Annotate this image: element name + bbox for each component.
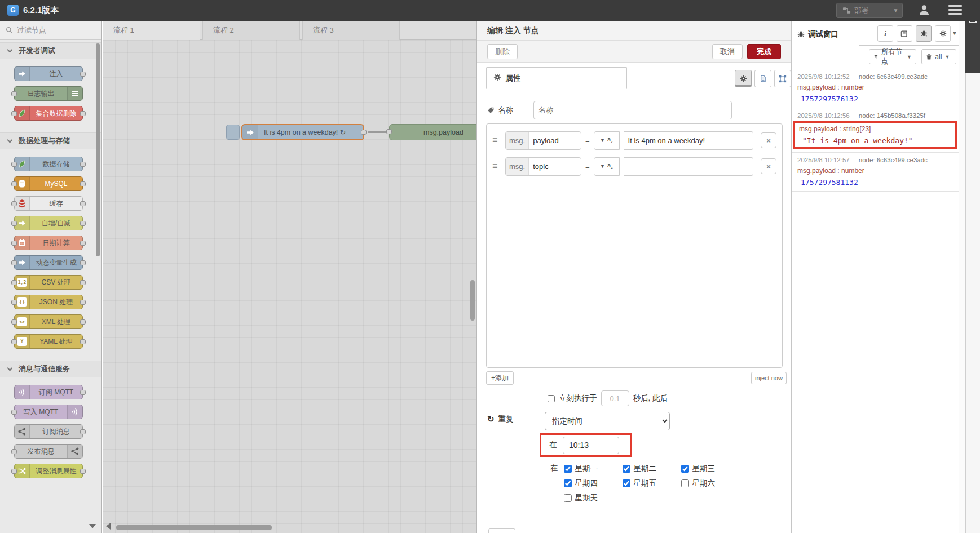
funnel-icon — [873, 54, 879, 60]
weekday-checkbox[interactable] — [681, 479, 689, 487]
palette-node[interactable]: 1,2CSV 处理 — [14, 275, 83, 290]
debug-message[interactable]: 2025/9/8 10:12:57node: 6c63c499.ce3adcms… — [792, 153, 959, 192]
delete-button[interactable]: 删除 — [487, 44, 518, 59]
inject-once-checkbox[interactable] — [548, 395, 555, 402]
canvas-scroll-left-icon[interactable] — [106, 523, 111, 530]
type-select[interactable]: ▼az — [594, 157, 620, 176]
palette-node[interactable]: 集合数据删除 — [14, 106, 83, 121]
inject-once-delay-input[interactable] — [601, 390, 629, 406]
palette-category-header[interactable]: 开发者调试 — [0, 42, 101, 59]
property-key-input[interactable]: msg.topic — [505, 157, 581, 176]
palette-category-header[interactable]: 数据处理与存储 — [0, 132, 101, 149]
palette-node[interactable]: 调整消息属性 — [14, 464, 83, 478]
palette-node[interactable]: 日志输出 — [14, 86, 83, 101]
debug-node-id: node: 145b508a.f3325f — [859, 112, 925, 119]
palette-node[interactable]: YYAML 处理 — [14, 334, 83, 349]
palette-node[interactable]: 动态变量生成 — [14, 255, 83, 270]
debug-tab[interactable]: 调试窗口 — [792, 23, 859, 46]
palette-node[interactable]: 发布消息 — [14, 444, 83, 459]
weekday-checkbox[interactable] — [681, 465, 689, 473]
user-button[interactable] — [917, 3, 934, 17]
palette-scroll-down-icon[interactable] — [89, 524, 96, 528]
help-tab[interactable] — [897, 25, 912, 42]
flow-tab[interactable]: 流程 3 — [302, 21, 400, 40]
description-tab[interactable] — [754, 70, 771, 87]
weekday-checkbox[interactable] — [564, 494, 572, 502]
palette-scrollbar-thumb[interactable] — [96, 43, 100, 256]
filter-nodes-button[interactable]: 所有节点 ▼ — [869, 49, 916, 64]
clear-messages-button[interactable]: all ▼ — [921, 49, 956, 64]
canvas-node-inject[interactable]: It is 4pm on a weekday! ↻ — [241, 124, 364, 140]
flow-tab[interactable]: 流程 1 — [103, 21, 200, 40]
property-key-input[interactable]: msg.payload — [505, 131, 581, 150]
canvas-vertical-scrollbar-thumb[interactable] — [470, 280, 475, 321]
palette-node[interactable]: 数据存储 — [14, 157, 83, 171]
deploy-button[interactable]: 部署 ▼ — [836, 3, 903, 18]
debug-message[interactable]: 2025/9/8 10:12:52node: 6c63c499.ce3adcms… — [792, 69, 959, 108]
done-button[interactable]: 完成 — [747, 44, 781, 59]
tab-properties[interactable]: 属性 — [486, 67, 627, 89]
weekday-checkbox-item[interactable]: 星期三 — [681, 461, 740, 476]
palette-node[interactable]: 注入 — [14, 66, 83, 81]
drag-handle-icon[interactable]: ≡ — [492, 135, 501, 145]
remove-row-button[interactable]: × — [761, 158, 776, 174]
info-tab[interactable]: i — [877, 25, 893, 42]
input-port[interactable] — [386, 129, 392, 134]
output-port — [80, 201, 86, 206]
app-title: 6.2.1版本 — [23, 5, 59, 16]
weekday-checkbox-item[interactable]: 星期六 — [681, 476, 740, 491]
palette-category-header[interactable]: 消息与通信服务 — [0, 361, 101, 377]
weekday-checkbox[interactable] — [623, 479, 630, 487]
add-property-button[interactable]: +添加 — [486, 371, 514, 385]
sidebar-expand-caret-icon[interactable]: ▼ — [952, 30, 957, 36]
palette-node[interactable]: 订阅 MQTT — [14, 385, 83, 399]
weekday-checkbox[interactable] — [623, 465, 630, 473]
output-port[interactable] — [361, 130, 367, 135]
weekday-checkbox-item[interactable]: 星期一 — [564, 461, 623, 476]
palette-node[interactable]: 订阅消息 — [14, 424, 83, 439]
sidebar-scroll-gutter[interactable] — [959, 21, 965, 533]
flow-tab[interactable]: 流程 2 — [202, 21, 300, 40]
debug-message-list: 2025/9/8 10:12:52node: 6c63c499.ce3adcms… — [792, 69, 959, 533]
palette-node[interactable]: 缓存 — [14, 196, 83, 211]
debug-message[interactable]: 2025/9/8 10:12:56node: 145b508a.f3325fms… — [792, 108, 959, 153]
weekday-checkbox[interactable] — [564, 465, 572, 473]
inject-now-button[interactable]: inject now — [751, 372, 787, 384]
palette-node[interactable]: 写入 MQTT — [14, 405, 83, 419]
time-input[interactable] — [563, 437, 619, 454]
canvas-node-debug[interactable]: msg.payload — [389, 124, 476, 140]
flow-canvas[interactable]: 流程 1流程 2流程 3 It is 4pm on a weekday! ↻ m… — [103, 21, 476, 533]
property-value-input[interactable] — [624, 157, 753, 176]
palette-node[interactable]: {}JSON 处理 — [14, 295, 83, 309]
palette-search-box[interactable]: 过滤节点 — [0, 21, 101, 40]
property-value-input[interactable]: It is 4pm on a weekday! — [624, 131, 753, 150]
weekday-label: 星期四 — [575, 478, 598, 488]
deploy-caret-icon[interactable]: ▼ — [889, 3, 902, 17]
type-select[interactable]: ▼az — [594, 131, 620, 150]
canvas-horizontal-scrollbar-thumb[interactable] — [116, 525, 272, 530]
drag-handle-icon[interactable]: ≡ — [492, 161, 501, 171]
palette-node[interactable]: 日期计算 — [14, 236, 83, 250]
palette-node-label: 订阅 MQTT — [30, 388, 82, 397]
inject-trigger-button[interactable] — [226, 125, 240, 140]
weekday-checkbox-item[interactable]: 星期天 — [564, 491, 623, 505]
form-gear-tab[interactable] — [735, 70, 752, 87]
name-input[interactable] — [533, 101, 732, 119]
debug-messages-tab[interactable] — [916, 25, 932, 42]
palette-node[interactable]: MySQL — [14, 176, 83, 191]
palette-node[interactable]: 自增/自减 — [14, 216, 83, 230]
weekday-checkbox-item[interactable]: 星期四 — [564, 476, 623, 491]
tray-bottom-partial-button[interactable] — [488, 528, 515, 533]
input-port — [11, 280, 17, 285]
cancel-button[interactable]: 取消 — [712, 44, 743, 59]
palette-node[interactable]: <>XML 处理 — [14, 314, 83, 329]
hamburger-menu-button[interactable] — [948, 5, 962, 16]
weekday-checkbox[interactable] — [564, 479, 572, 487]
appearance-tab[interactable] — [774, 70, 791, 87]
config-nodes-tab[interactable] — [935, 25, 951, 42]
debug-message-meta: msg.payload : number — [797, 167, 953, 175]
remove-row-button[interactable]: × — [761, 132, 776, 148]
weekday-checkbox-item[interactable]: 星期二 — [623, 461, 681, 476]
repeat-select[interactable]: 指定时间 — [545, 412, 670, 430]
weekday-checkbox-item[interactable]: 星期五 — [623, 476, 681, 491]
